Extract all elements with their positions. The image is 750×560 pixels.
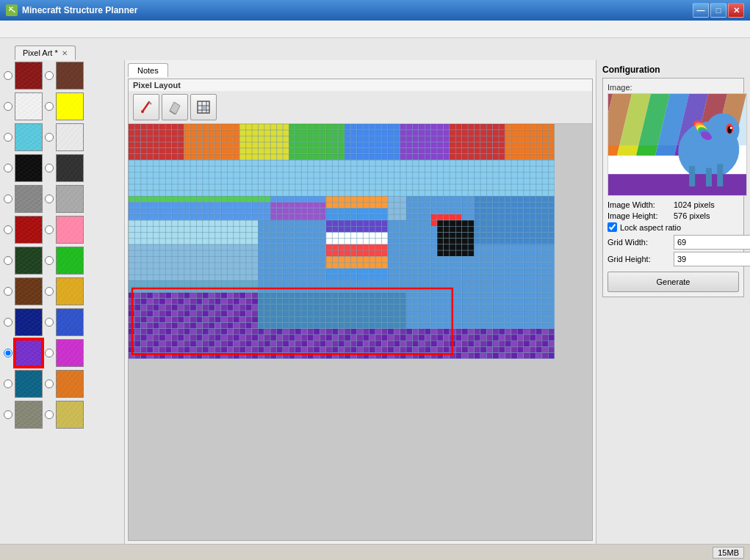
palette-row <box>0 368 124 399</box>
palette-swatch-left[interactable] <box>15 185 43 213</box>
palette-container <box>0 60 124 430</box>
palette-swatch-left[interactable] <box>15 216 43 244</box>
grid-height-row: Grid Height: <box>607 252 739 266</box>
preview-canvas <box>608 94 747 196</box>
palette-swatch-right[interactable] <box>56 277 84 305</box>
palette-swatch-right[interactable] <box>56 92 84 120</box>
palette-row <box>0 122 124 153</box>
image-height-label: Image Height: <box>607 211 674 220</box>
tab-notes[interactable]: Notes <box>128 63 168 77</box>
svg-line-0 <box>143 102 149 112</box>
palette-radio-right[interactable] <box>45 318 54 327</box>
palette-swatch-left[interactable] <box>15 62 43 90</box>
pixel-layout-header: Pixel Layout <box>129 79 592 91</box>
palette-radio-right[interactable] <box>45 287 54 296</box>
pixel-canvas <box>129 124 555 359</box>
eraser-tool-button[interactable] <box>162 94 188 120</box>
palette-row <box>0 214 124 245</box>
palette-swatch-right[interactable] <box>56 370 84 398</box>
palette-radio-left[interactable] <box>4 194 12 203</box>
lock-aspect-label: Lock aspect ratio <box>620 223 681 232</box>
palette-row <box>0 399 124 430</box>
palette-swatch-left[interactable] <box>15 247 43 274</box>
palette-swatch-right[interactable] <box>56 308 84 336</box>
palette-row <box>0 307 124 338</box>
palette-radio-left[interactable] <box>4 133 12 142</box>
palette-swatch-left[interactable] <box>15 92 43 120</box>
config-panel: Configuration Image: Image Width: 1024 p… <box>596 60 750 544</box>
palette-radio-left[interactable] <box>4 71 12 80</box>
palette-swatch-right[interactable] <box>56 62 84 90</box>
svg-line-2 <box>149 102 151 104</box>
palette-radio-right[interactable] <box>45 164 54 172</box>
palette-swatch-right[interactable] <box>56 401 84 429</box>
palette-radio-right[interactable] <box>45 256 54 265</box>
palette-radio-left[interactable] <box>4 410 12 419</box>
tab-pixel-art[interactable]: Pixel Art * ✕ <box>15 46 76 60</box>
palette-swatch-left[interactable] <box>15 339 43 367</box>
app-icon: ⛏ <box>6 4 18 16</box>
grid-tool-button[interactable] <box>190 94 217 120</box>
grid-width-label: Grid Width: <box>607 238 674 247</box>
tab-strip: Pixel Art * ✕ <box>0 38 750 60</box>
palette-radio-left[interactable] <box>4 225 12 234</box>
palette-radio-right[interactable] <box>45 410 54 419</box>
palette-swatch-right[interactable] <box>56 247 84 274</box>
pixel-layout-box: Pixel Layout <box>128 79 593 541</box>
grid-height-input[interactable] <box>674 252 750 266</box>
palette-radio-left[interactable] <box>4 287 12 296</box>
config-section: Image: Image Width: 1024 pixels Image He… <box>602 78 744 297</box>
palette-radio-right[interactable] <box>45 133 54 142</box>
palette-radio-right[interactable] <box>45 194 54 203</box>
svg-marker-3 <box>170 102 180 114</box>
palette-panel <box>0 60 125 544</box>
palette-radio-left[interactable] <box>4 349 12 357</box>
palette-swatch-left[interactable] <box>15 154 43 182</box>
palette-swatch-left[interactable] <box>15 401 43 429</box>
palette-radio-right[interactable] <box>45 71 54 80</box>
palette-swatch-right[interactable] <box>56 123 84 151</box>
window-controls: — □ ✕ <box>693 3 744 18</box>
close-button[interactable]: ✕ <box>728 3 744 18</box>
palette-radio-right[interactable] <box>45 102 54 111</box>
palette-swatch-left[interactable] <box>15 277 43 305</box>
pixel-canvas-area[interactable] <box>129 124 592 540</box>
image-width-value: 1024 pixels <box>674 200 715 209</box>
palette-radio-right[interactable] <box>45 349 54 357</box>
image-width-label: Image Width: <box>607 200 674 209</box>
minimize-button[interactable]: — <box>693 3 709 18</box>
palette-row <box>0 153 124 183</box>
tab-close-icon[interactable]: ✕ <box>62 49 68 57</box>
palette-swatch-right[interactable] <box>56 339 84 367</box>
palette-radio-right[interactable] <box>45 379 54 388</box>
grid-width-input[interactable] <box>674 235 750 250</box>
palette-swatch-left[interactable] <box>15 370 43 398</box>
palette-swatch-right[interactable] <box>56 154 84 182</box>
lock-aspect-checkbox[interactable] <box>607 222 617 232</box>
palette-swatch-right[interactable] <box>56 216 84 244</box>
generate-button[interactable]: Generate <box>607 272 739 292</box>
palette-swatch-left[interactable] <box>15 123 43 151</box>
palette-row <box>0 338 124 368</box>
palette-radio-left[interactable] <box>4 256 12 265</box>
image-label: Image: <box>607 83 739 92</box>
palette-row <box>0 183 124 214</box>
palette-radio-right[interactable] <box>45 225 54 234</box>
grid-width-row: Grid Width: <box>607 235 739 250</box>
lock-aspect-row: Lock aspect ratio <box>607 222 739 232</box>
palette-radio-left[interactable] <box>4 102 12 111</box>
palette-radio-left[interactable] <box>4 379 12 388</box>
tab-label: Pixel Art * <box>23 48 58 57</box>
main-content: Notes Pixel Layout <box>0 60 750 544</box>
palette-radio-left[interactable] <box>4 164 12 172</box>
title-bar: ⛏ Minecraft Structure Planner — □ ✕ <box>0 0 750 21</box>
image-preview <box>607 93 747 196</box>
palette-radio-left[interactable] <box>4 318 12 327</box>
palette-row <box>0 91 124 122</box>
paint-tool-button[interactable] <box>133 94 159 120</box>
memory-value: 15MB <box>718 548 739 557</box>
maximize-button[interactable]: □ <box>710 3 726 18</box>
palette-swatch-left[interactable] <box>15 308 43 336</box>
menu-bar <box>0 21 750 38</box>
palette-swatch-right[interactable] <box>56 185 84 213</box>
